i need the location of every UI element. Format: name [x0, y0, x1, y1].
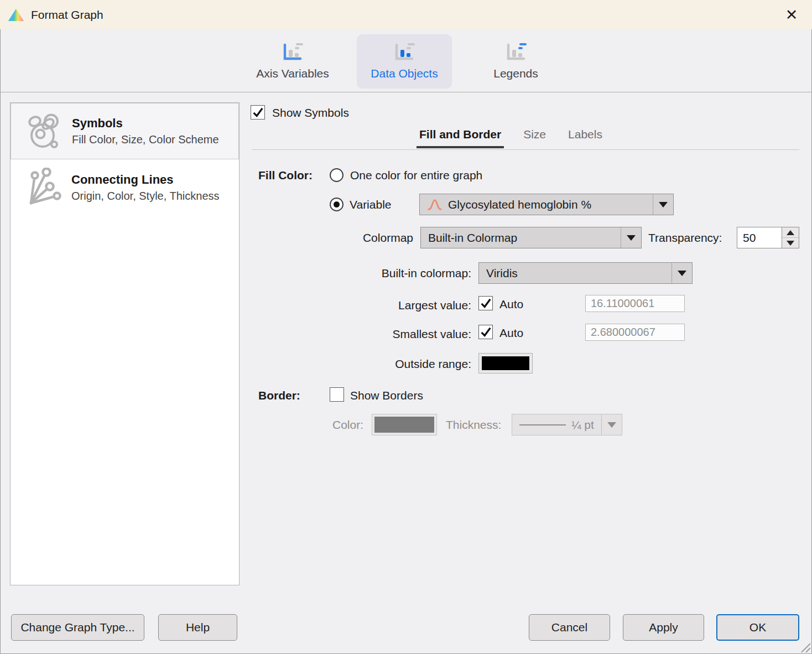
smallest-auto-checkbox[interactable]: [478, 325, 493, 339]
ok-button[interactable]: OK: [716, 614, 799, 641]
tabstrip-divider: [0, 92, 812, 92]
tab-data-objects-label: Data Objects: [371, 67, 438, 80]
tab-axis-variables[interactable]: Axis Variables: [243, 34, 342, 89]
variable-dropdown-value-wrap: Glycosylated hemoglobin %: [420, 198, 653, 211]
fill-color-section-label: Fill Color:: [258, 168, 313, 183]
one-color-radio[interactable]: [330, 168, 343, 182]
format-graph-dialog: Format Graph ✕ Axis Variables Data Objec…: [0, 0, 812, 654]
colormap-dropdown[interactable]: Built-in Colormap: [420, 227, 642, 248]
largest-auto-label: Auto: [499, 297, 523, 312]
axis-variables-icon: [280, 43, 305, 63]
transparency-spin-buttons: [782, 227, 799, 248]
builtin-colormap-tail: [672, 263, 692, 283]
tab-legends-label: Legends: [493, 67, 538, 80]
triangle-up-icon: [787, 230, 794, 235]
sidebar-item-subtitle: Origin, Color, Style, Thickness: [71, 190, 220, 203]
border-color-label: Color:: [266, 417, 363, 433]
subtab-labels[interactable]: Labels: [565, 128, 605, 148]
sidebar-item-subtitle: Fill Color, Size, Color Scheme: [72, 133, 219, 146]
sidebar-item-connecting-lines[interactable]: Connecting Lines Origin, Color, Style, T…: [11, 159, 239, 216]
triangle-down-icon: [787, 241, 794, 246]
change-graph-type-button[interactable]: Change Graph Type...: [11, 614, 144, 641]
subtab-size[interactable]: Size: [520, 128, 549, 148]
title-bar: Format Graph ✕: [0, 0, 812, 29]
line-thickness-sample: [519, 424, 566, 425]
show-borders-label: Show Borders: [350, 388, 423, 403]
connecting-lines-icon: [25, 168, 61, 207]
colormap-dropdown-value: Built-in Colormap: [428, 231, 517, 245]
thickness-label: Thickness:: [446, 417, 501, 433]
colormap-label: Colormap: [299, 230, 413, 246]
subtab-bar: Fill and Border Size Labels: [417, 128, 605, 148]
largest-auto-checkbox[interactable]: [478, 296, 493, 310]
help-button[interactable]: Help: [158, 614, 237, 641]
legends-icon: [504, 43, 528, 63]
builtin-colormap-dropdown[interactable]: Viridis: [478, 262, 693, 284]
outside-range-color: [481, 356, 530, 371]
border-section-label: Border:: [258, 388, 300, 403]
sidebar-item-connecting-lines-text: Connecting Lines Origin, Color, Style, T…: [71, 173, 220, 203]
spinner-down-button[interactable]: [782, 238, 799, 248]
sidebar-item-title: Symbols: [72, 116, 219, 131]
thickness-dropdown-tail: [601, 414, 622, 435]
transparency-label: Transparency:: [648, 230, 722, 246]
tab-axis-variables-label: Axis Variables: [256, 67, 329, 80]
border-color-swatch[interactable]: [372, 414, 437, 435]
tab-data-objects[interactable]: Data Objects: [357, 34, 452, 89]
resize-grip[interactable]: [800, 642, 811, 653]
smallest-value-label: Smallest value:: [299, 326, 471, 342]
chevron-down-icon: [678, 271, 686, 276]
show-symbols-label: Show Symbols: [272, 105, 349, 121]
builtin-colormap-value: Viridis: [486, 267, 518, 280]
one-color-label: One color for entire graph: [350, 168, 482, 183]
apply-button[interactable]: Apply: [623, 614, 704, 641]
show-symbols-checkbox[interactable]: [251, 105, 265, 120]
variable-radio[interactable]: [330, 198, 343, 211]
tab-legends[interactable]: Legends: [473, 34, 559, 89]
chevron-down-icon: [627, 235, 636, 241]
bell-curve-icon: [427, 198, 443, 211]
prism-logo-icon: [8, 8, 24, 22]
spinner-up-button[interactable]: [782, 227, 799, 238]
thickness-dropdown[interactable]: ¼ pt: [512, 414, 622, 435]
variable-dropdown[interactable]: Glycosylated hemoglobin %: [419, 194, 674, 215]
builtin-colormap-label: Built-in colormap:: [299, 266, 471, 281]
subtab-divider: [252, 149, 799, 150]
subtab-fill-and-border[interactable]: Fill and Border: [417, 128, 504, 148]
largest-value-field[interactable]: [585, 295, 685, 312]
colormap-dropdown-tail: [621, 227, 641, 248]
border-color-value: [374, 417, 434, 433]
show-borders-checkbox[interactable]: [330, 387, 344, 402]
sidebar-item-title: Connecting Lines: [71, 173, 220, 187]
sidebar-item-symbols-text: Symbols Fill Color, Size, Color Scheme: [72, 116, 219, 146]
sidebar-panel: Symbols Fill Color, Size, Color Scheme: [10, 102, 240, 585]
transparency-spinner: [737, 227, 799, 248]
largest-value-label: Largest value:: [299, 298, 471, 313]
symbols-icon: [25, 113, 62, 149]
variable-dropdown-tail: [653, 194, 673, 215]
smallest-value-field[interactable]: [585, 324, 685, 341]
cancel-button[interactable]: Cancel: [529, 614, 610, 641]
chevron-down-icon: [659, 202, 668, 207]
variable-dropdown-value: Glycosylated hemoglobin %: [448, 198, 591, 211]
window-title: Format Graph: [31, 8, 103, 22]
outside-range-swatch[interactable]: [478, 353, 533, 373]
data-objects-icon: [392, 43, 417, 63]
smallest-auto-label: Auto: [499, 325, 523, 341]
chevron-down-icon: [607, 422, 616, 428]
sidebar-item-symbols[interactable]: Symbols Fill Color, Size, Color Scheme: [11, 103, 239, 159]
outside-range-label: Outside range:: [299, 356, 471, 372]
variable-label: Variable: [350, 197, 392, 212]
transparency-input[interactable]: [737, 227, 782, 248]
close-icon[interactable]: ✕: [780, 3, 803, 27]
thickness-value: ¼ pt: [571, 418, 594, 432]
